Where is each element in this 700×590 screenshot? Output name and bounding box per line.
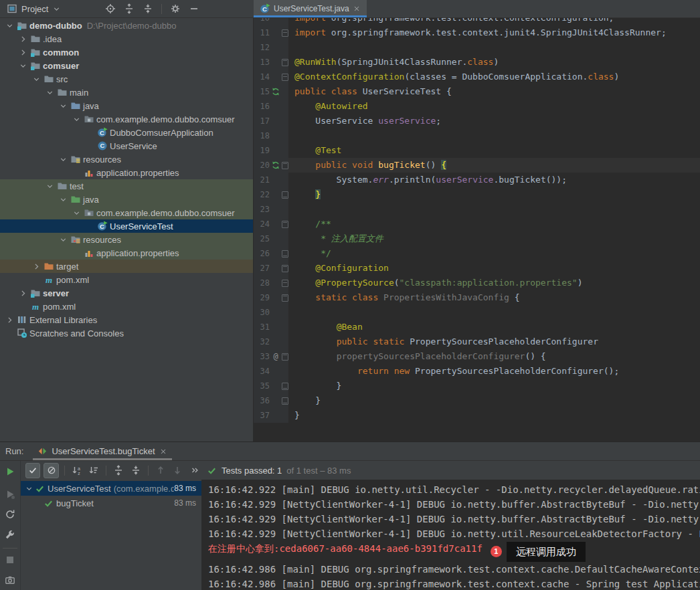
tree-item-target[interactable]: target — [0, 260, 253, 273]
collapse-all-icon[interactable] — [143, 3, 153, 14]
code-line-28[interactable]: 28 @PropertySource("classpath:applicatio… — [254, 276, 700, 290]
code-line-17[interactable]: 17 UserService userService; — [254, 114, 700, 128]
chevron-down-icon[interactable] — [58, 102, 69, 110]
code-line-33[interactable]: 33@ propertySourcesPlaceholderConfigurer… — [254, 349, 700, 364]
code-line-15[interactable]: 15public class UserServiceTest { — [254, 84, 700, 99]
run-test-gutter-icon[interactable] — [270, 86, 281, 97]
chevron-right-icon[interactable] — [4, 316, 15, 324]
fold-marker[interactable] — [281, 280, 288, 287]
tree-item-application-properties[interactable]: application.properties — [0, 246, 253, 260]
chevron-down-icon[interactable] — [44, 182, 56, 191]
fold-marker[interactable] — [281, 265, 288, 272]
code-line-23[interactable]: 23 — [254, 202, 700, 217]
test-settings-wrench-icon[interactable] — [5, 529, 15, 540]
tree-item-application-properties[interactable]: application.properties — [0, 166, 253, 179]
run-test-gutter-icon[interactable] — [270, 160, 281, 171]
fold-marker[interactable] — [281, 162, 288, 169]
code-line-25[interactable]: 25 * 注入配置文件 — [254, 231, 700, 246]
tree-item-main[interactable]: main — [0, 86, 253, 99]
code-line-34[interactable]: 34 return new PropertySourcesPlaceholder… — [254, 364, 700, 379]
tree-item-external-libraries[interactable]: External Libraries — [0, 313, 253, 326]
tree-item-java[interactable]: java — [0, 193, 253, 206]
code-line-32[interactable]: 32 public static PropertySourcesPlacehol… — [254, 334, 700, 349]
collapse-all-icon[interactable] — [129, 464, 143, 478]
sort-by-duration-icon[interactable] — [87, 464, 100, 478]
chevron-down-icon[interactable] — [71, 209, 82, 217]
code-line-10[interactable]: 10import org.springframework.test.contex… — [254, 17, 700, 25]
toggle-auto-test-icon[interactable] — [5, 509, 15, 520]
tree-item-userservicetest[interactable]: CUserServiceTest — [0, 219, 253, 233]
code-line-21[interactable]: 21 System.err.println(userService.bugTic… — [254, 173, 700, 187]
code-line-26[interactable]: 26 */ — [254, 246, 700, 261]
fold-marker[interactable] — [281, 74, 288, 81]
tree-item-resources[interactable]: resources — [0, 233, 253, 246]
code-line-31[interactable]: 31 @Bean — [254, 320, 700, 334]
more-options-icon[interactable] — [188, 464, 201, 478]
expand-all-icon[interactable] — [124, 3, 135, 14]
chevron-down-icon[interactable] — [4, 21, 15, 30]
show-passed-icon[interactable] — [25, 463, 40, 478]
editor-code-area[interactable]: 10import org.springframework.test.contex… — [254, 17, 700, 423]
close-icon[interactable] — [159, 448, 167, 456]
fold-marker[interactable] — [281, 294, 288, 302]
fold-marker[interactable] — [281, 29, 288, 37]
fold-marker[interactable] — [281, 191, 288, 199]
tree-item-pom-xml[interactable]: mpom.xml — [0, 273, 253, 286]
fold-marker[interactable] — [281, 383, 288, 390]
tree-item-src[interactable]: src — [0, 72, 253, 86]
close-icon[interactable] — [353, 5, 361, 13]
chevron-right-icon[interactable] — [31, 262, 42, 271]
chevron-right-icon[interactable] — [17, 35, 29, 43]
tree-item-test[interactable]: test — [0, 179, 253, 193]
tree-item-demo-dubbo[interactable]: demo-dubboD:\Project\demo-dubbo — [0, 19, 253, 32]
chevron-right-icon[interactable] — [17, 48, 29, 57]
tree-item-resources[interactable]: resources — [0, 153, 253, 166]
notification-badge[interactable]: 1 — [491, 546, 502, 557]
tree-item-java[interactable]: java — [0, 99, 253, 112]
code-editor[interactable]: 10import org.springframework.test.contex… — [254, 17, 700, 441]
test-tree[interactable]: UserServiceTest(com.example.de83 msbugTi… — [21, 480, 201, 590]
code-line-27[interactable]: 27 @Configuration — [254, 261, 700, 276]
fold-marker[interactable] — [281, 59, 288, 66]
code-line-18[interactable]: 18 — [254, 128, 700, 143]
console-output[interactable]: 16:16:42.922 [main] DEBUG io.netty.util.… — [201, 480, 700, 590]
chevron-down-icon[interactable] — [23, 484, 35, 493]
chevron-down-icon[interactable] — [58, 155, 69, 164]
tree-item-com-example-demo-dubbo-comsuer[interactable]: com.example.demo.dubbo.comsuer — [0, 206, 253, 219]
settings-gear-icon[interactable] — [170, 3, 181, 14]
sort-alphabetically-icon[interactable]: az — [70, 464, 84, 478]
run-tab-bugticket[interactable]: UserServiceTest.bugTicket — [31, 442, 173, 460]
fold-marker[interactable] — [281, 250, 288, 258]
expand-all-icon[interactable] — [112, 464, 125, 478]
code-line-22[interactable]: 22 } — [254, 187, 700, 202]
tree-item-comsuer[interactable]: comsuer — [0, 59, 253, 72]
code-line-30[interactable]: 30 — [254, 305, 700, 320]
tree-item-com-example-demo-dubbo-comsuer[interactable]: com.example.demo.dubbo.comsuer — [0, 112, 253, 126]
tree-item-dubbocomsuerapplication[interactable]: CDubboComsuerApplication — [0, 126, 253, 139]
code-line-11[interactable]: 11import org.springframework.test.contex… — [254, 25, 700, 40]
tree-item-userservice[interactable]: CUserService — [0, 139, 253, 153]
hide-panel-icon[interactable] — [189, 3, 199, 14]
chevron-down-icon[interactable] — [52, 5, 61, 13]
code-line-20[interactable]: 20 public void bugTicket() { — [254, 158, 700, 173]
editor-tab-userservicetest[interactable]: C UserServiceTest.java — [254, 0, 367, 17]
code-line-19[interactable]: 19 @Test — [254, 143, 700, 158]
code-line-14[interactable]: 14@ContextConfiguration(classes = DubboC… — [254, 70, 700, 84]
tree-item-scratches-and-consoles[interactable]: Scratches and Consoles — [0, 326, 253, 340]
code-line-35[interactable]: 35 } — [254, 379, 700, 393]
code-line-16[interactable]: 16 @Autowired — [254, 99, 700, 114]
code-line-37[interactable]: 37} — [254, 408, 700, 423]
chevron-right-icon[interactable] — [17, 289, 29, 298]
fold-marker[interactable] — [281, 397, 288, 405]
code-line-29[interactable]: 29 static class PropertiesWithJavaConfig… — [254, 290, 700, 305]
tree-item--idea[interactable]: .idea — [0, 32, 253, 45]
chevron-down-icon[interactable] — [71, 115, 82, 124]
fold-marker[interactable] — [281, 353, 288, 361]
chevron-down-icon[interactable] — [31, 75, 42, 84]
project-panel-header[interactable]: Project — [0, 3, 61, 14]
scroll-from-source-icon[interactable] — [105, 3, 116, 14]
show-ignored-icon[interactable] — [43, 463, 58, 478]
rerun-tests-icon[interactable] — [5, 466, 15, 477]
code-line-12[interactable]: 12 — [254, 40, 700, 55]
chevron-down-icon[interactable] — [44, 88, 56, 97]
